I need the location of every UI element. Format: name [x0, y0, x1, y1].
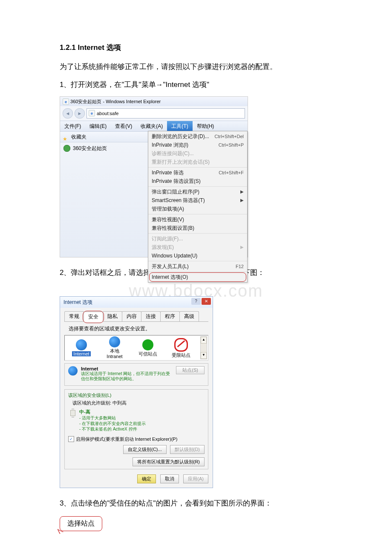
earth-icon: [76, 339, 87, 350]
menu-feed-discovery[interactable]: 源发现(E)▶: [148, 243, 247, 251]
check-icon: [142, 339, 153, 350]
default-level-button[interactable]: 默认级别(D): [170, 445, 205, 454]
intro-text: 为了让系统插件能够正常工作，请按照以下步骤进行浏览器的配置。: [60, 60, 332, 74]
level-allowed: 该区域的允许级别: 中到高: [72, 400, 205, 406]
menu-file[interactable]: 文件(F): [60, 121, 85, 131]
security-slider[interactable]: [70, 409, 76, 432]
nav-back-button[interactable]: ◄: [63, 108, 73, 119]
menu-popup-blocker[interactable]: 弹出窗口阻止程序(P)▶: [148, 188, 247, 196]
callout: 选择站点: [60, 516, 102, 531]
dialog-title: Internet 选项: [63, 299, 92, 305]
zones-scrollbar[interactable]: ▲▼: [200, 336, 207, 359]
menu-compat-view-settings[interactable]: 兼容性视图设置(B): [148, 224, 247, 232]
star-icon: ★: [63, 134, 69, 140]
menu-help[interactable]: 帮助(H): [193, 121, 219, 131]
window-title: e 360安全起始页 - Windows Internet Explorer: [60, 97, 248, 106]
menu-compat-view[interactable]: 兼容性视图(V): [148, 215, 247, 224]
nav-forward-button[interactable]: ►: [75, 108, 85, 119]
menu-diagnose[interactable]: 诊断连接问题(C)...: [148, 149, 247, 158]
reset-zones-button[interactable]: 将所有区域重置为默认级别(R): [133, 457, 205, 466]
dialog-help-button[interactable]: ?: [191, 298, 201, 305]
zone-intranet[interactable]: 本地Intranet: [104, 336, 125, 359]
zone-details: Internet 该区域适用于 Internet 网站，但不适用于列在受信任和受…: [64, 363, 208, 386]
menu-edit[interactable]: 编辑(E): [85, 121, 111, 131]
menu-favorites[interactable]: 收藏夹(A): [136, 121, 167, 131]
tab-connections[interactable]: 连接: [141, 311, 161, 321]
menu-bar: 文件(F) 编辑(E) 查看(V) 收藏夹(A) 工具(T) 帮助(H): [60, 121, 248, 132]
earth-icon: [109, 336, 120, 347]
tab-general[interactable]: 常规: [64, 311, 84, 321]
tab-privacy[interactable]: 隐私: [103, 311, 122, 321]
page-icon: e: [89, 110, 95, 116]
menu-smartscreen[interactable]: SmartScreen 筛选器(T)▶: [148, 196, 247, 205]
menu-subscribe-feed[interactable]: 订阅此源(F)...: [148, 234, 247, 243]
apply-button[interactable]: 应用(A): [183, 474, 208, 483]
heading: 1.2.1 Internet 选项: [60, 43, 332, 52]
tab-label[interactable]: 360安全起始页: [73, 145, 107, 152]
favorites-label[interactable]: 收藏夹: [71, 132, 86, 142]
zone-trusted[interactable]: 可信站点: [137, 339, 159, 357]
tab-security[interactable]: 安全: [84, 312, 103, 322]
tab-bar: 常规 安全 隐私 内容 连接 程序 高级: [64, 311, 208, 322]
menu-manage-addons[interactable]: 管理加载项(A): [148, 205, 247, 213]
zone-desc: 该区域适用于 Internet 网站，但不适用于列在受信任和受限制区域中的网站。: [81, 371, 173, 382]
tab-advanced[interactable]: 高级: [179, 311, 199, 321]
menu-delete-history[interactable]: 删除浏览的历史记录(D)... Ctrl+Shift+Del: [148, 132, 247, 141]
address-bar[interactable]: e about:safe: [86, 108, 245, 119]
tab-programs[interactable]: 程序: [160, 311, 180, 321]
internet-options-dialog: Internet 选项 ? ✕ 常规 安全 隐私 内容 连接 程序 高级 选择要…: [60, 296, 213, 488]
address-text: about:safe: [97, 111, 118, 116]
sites-button[interactable]: 站点(S): [176, 366, 205, 374]
menu-reopen-session[interactable]: 重新打开上次浏览会话(S): [148, 158, 247, 166]
menu-inprivate-filter-settings[interactable]: InPrivate 筛选设置(S): [148, 177, 247, 185]
ok-button[interactable]: 确定: [137, 474, 156, 483]
menu-internet-options[interactable]: Internet 选项(O): [148, 273, 247, 281]
menu-inprivate-filter[interactable]: InPrivate 筛选 Ctrl+Shift+F: [148, 168, 247, 177]
step3-text: 3、点击绿色的"受信任的站点"的图片，会看到如下图所示的界面：: [60, 497, 332, 510]
level-group-label: 该区域的安全级别(L): [68, 392, 205, 399]
globe-icon: [63, 145, 70, 152]
callout-text: 选择站点: [60, 516, 102, 531]
block-icon: [174, 338, 188, 352]
level-name: 中-高: [79, 409, 146, 415]
earth-icon: [68, 366, 78, 376]
dialog-close-button[interactable]: ✕: [202, 298, 211, 305]
ie-icon: e: [63, 98, 69, 105]
zone-restricted[interactable]: 受限站点: [170, 338, 192, 358]
bullet-2: - 在下载潜在的不安全内容之前提示: [79, 421, 146, 426]
bullet-1: - 适用于大多数网站: [79, 415, 146, 421]
menu-windows-update[interactable]: Windows Update(U): [148, 251, 247, 260]
menu-inprivate-browsing[interactable]: InPrivate 浏览(I) Ctrl+Shift+P: [148, 141, 247, 149]
menu-tools[interactable]: 工具(T): [167, 121, 192, 131]
protected-mode-label: 启用保护模式(要求重新启动 Internet Explorer)(P): [76, 436, 177, 442]
zone-name: Internet: [81, 366, 173, 371]
custom-level-button[interactable]: 自定义级别(C)...: [123, 445, 166, 454]
tab-content[interactable]: 内容: [122, 311, 141, 321]
zone-internet[interactable]: Internet: [71, 339, 92, 357]
zones-subtitle: 选择要查看的区域或更改安全设置。: [69, 325, 208, 332]
menu-view[interactable]: 查看(V): [111, 121, 136, 131]
window-title-text: 360安全起始页 - Windows Internet Explorer: [70, 99, 161, 104]
bullet-3: - 不下载未签名的 ActiveX 控件: [79, 426, 146, 432]
protected-mode-checkbox[interactable]: ✓: [68, 436, 74, 442]
menu-dev-tools[interactable]: 开发人员工具(L) F12: [148, 262, 247, 271]
ie-window: e 360安全起始页 - Windows Internet Explorer ◄…: [60, 96, 248, 257]
step1-text: 1、打开浏览器，在"工具"菜单→"Internet 选项": [60, 78, 332, 92]
security-level-group: 该区域的安全级别(L) 该区域的允许级别: 中到高 中-高 - 适用于大多数网站…: [64, 389, 208, 469]
zones-list: Internet 本地Intranet 可信站点 受限站点 ▲▼: [64, 335, 208, 361]
tools-dropdown: 删除浏览的历史记录(D)... Ctrl+Shift+Del InPrivate…: [148, 131, 248, 283]
cancel-button[interactable]: 取消: [160, 474, 179, 483]
